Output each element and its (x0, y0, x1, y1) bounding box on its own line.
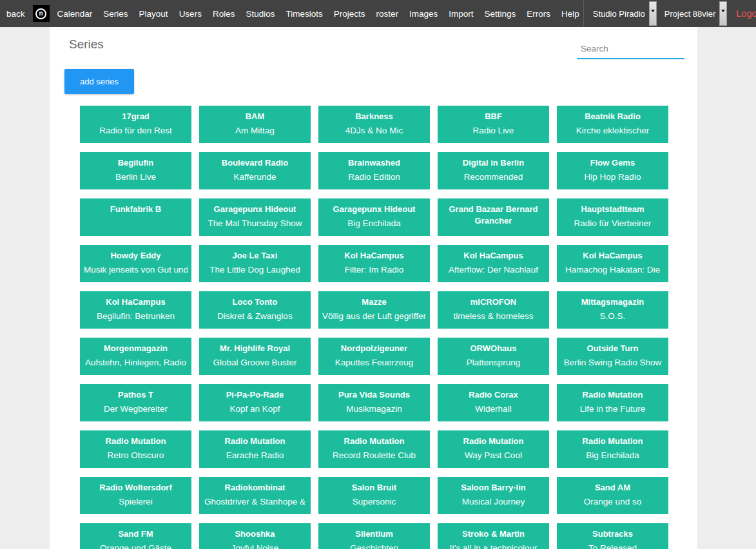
series-card[interactable]: Salon Bruit Supersonic (318, 477, 430, 514)
series-card[interactable]: Radio Corax Widerhall (438, 384, 549, 421)
nav-item-projects[interactable]: Projects (334, 9, 365, 19)
nav-item-roster[interactable]: roster (376, 9, 398, 19)
series-subtitle: Radio für den Rest (84, 125, 188, 136)
series-subtitle: The Little Dog Laughed (203, 264, 307, 275)
series-subtitle: Plattensprung (441, 357, 545, 368)
series-title: Radio Mutation (561, 389, 664, 401)
series-card[interactable]: Kol HaCampus Begilufin: Betrunken (80, 291, 191, 329)
series-card[interactable]: Pathos T Der Wegbereiter (80, 384, 191, 421)
series-title: Grand Bazaar Bernard Grancher (441, 204, 545, 227)
series-card[interactable]: Boulevard Radio Kafferunde (199, 152, 311, 189)
series-title: Joe Le Taxi (203, 250, 307, 262)
series-card[interactable]: Loco Tonto Diskret & Zwanglos (199, 291, 311, 329)
series-title: Stroko & Martin (441, 528, 545, 540)
series-card[interactable]: Nordpolzigeuner Kaputtes Feuerzeug (318, 338, 430, 375)
series-title: Sand FM (84, 528, 188, 540)
studio-select-value: Studio Piradio (590, 9, 649, 19)
series-card[interactable]: Flow Gems Hip Hop Radio (557, 152, 668, 189)
nav-item-timeslots[interactable]: Timeslots (286, 9, 322, 19)
series-card[interactable]: Beatnik Radio Kirche eklektischer (557, 106, 668, 143)
series-card[interactable]: Radio Mutation Retro Obscuro (80, 430, 191, 468)
search-input[interactable] (577, 39, 684, 59)
series-card[interactable]: Kol HaCampus Afterflow: Der Nachlauf (438, 245, 549, 282)
series-card[interactable]: Stroko & Martin It's all in a technicolo… (438, 523, 549, 549)
series-card[interactable]: 17grad Radio für den Rest (80, 106, 191, 143)
series-subtitle: Radio Live (441, 125, 545, 136)
series-card[interactable]: Radio Mutation Big Enchilada (557, 430, 668, 468)
nav-item-calendar[interactable]: Calendar (57, 9, 93, 19)
series-card[interactable]: mICROFON timeless & homeless (438, 291, 549, 329)
series-card[interactable]: Funkfabrik B (80, 198, 191, 236)
series-card[interactable]: Shooshka Joyful Noise (199, 523, 311, 549)
add-series-button[interactable]: add series (64, 69, 134, 94)
series-card[interactable]: Begilufin Berlin Live (80, 152, 191, 189)
series-card[interactable]: Morgenmagazin Aufstehn, Hinlegen, Radio (80, 338, 191, 375)
series-card[interactable]: Radio Mutation Earache Radio (199, 430, 311, 468)
series-card[interactable]: Kol HaCampus Filter: Im Radio (318, 245, 430, 282)
series-card[interactable]: Brainwashed Radio Edition (318, 152, 430, 189)
series-card[interactable]: Radio Woltersdorf Spielerei (80, 477, 191, 514)
nav-item-users[interactable]: Users (179, 9, 202, 19)
nav-item-settings[interactable]: Settings (485, 9, 516, 19)
series-card[interactable]: Radio Mutation Life in the Future (557, 384, 668, 421)
series-card[interactable]: Radiokombinat Ghostdriver & Stanhope & (199, 477, 311, 514)
series-title: Hauptstadtteam (561, 204, 664, 215)
studio-select[interactable]: Studio Piradio (590, 0, 657, 27)
series-card[interactable]: Radio Mutation Way Past Cool (438, 430, 549, 468)
series-title: Salon Bruit (322, 482, 426, 494)
series-subtitle: Way Past Cool (441, 450, 545, 461)
project-select[interactable]: Project 88vier (662, 0, 727, 27)
series-card[interactable]: Digital in Berlin Recommended (438, 152, 549, 189)
series-title: Digital in Berlin (441, 157, 545, 169)
series-card[interactable]: Grand Bazaar Bernard Grancher (438, 198, 549, 236)
series-card[interactable]: Howdy Eddy Musik jenseits von Gut und (80, 245, 191, 282)
series-title: Kol HaCampus (84, 296, 188, 308)
series-subtitle: Geschichten (322, 543, 426, 549)
series-subtitle: Am Mittag (203, 125, 307, 136)
series-subtitle: Hip Hop Radio (561, 171, 664, 182)
nav-item-import[interactable]: Import (449, 9, 473, 19)
series-card[interactable]: BAM Am Mittag (199, 106, 311, 143)
series-card[interactable]: Hauptstadtteam Radio für Vierbeiner (557, 198, 668, 236)
series-card[interactable]: Kol HaCampus Hamachog Hakatan: Die (557, 245, 668, 282)
series-card[interactable]: BBF Radio Live (438, 106, 549, 143)
nav-item-errors[interactable]: Errors (527, 9, 550, 19)
series-title: Begilufin (84, 157, 188, 169)
series-subtitle: Kaputtes Feuerzeug (322, 357, 426, 368)
series-card[interactable]: Joe Le Taxi The Little Dog Laughed (199, 245, 311, 282)
series-card[interactable]: Garagepunx Hideout The Mal Thursday Show (199, 198, 311, 236)
series-card[interactable]: Sand FM Orange und Gäste (80, 523, 191, 549)
nav-item-studios[interactable]: Studios (246, 9, 275, 19)
series-card[interactable]: Radio Mutation Record Roulette Club (318, 430, 430, 468)
logout-link[interactable]: Logout (736, 8, 756, 19)
series-card[interactable]: Garagepunx Hideout Big Enchilada (318, 198, 430, 236)
series-subtitle: Global Groove Buster (203, 357, 307, 368)
series-subtitle: Ghostdriver & Stanhope & (203, 496, 307, 507)
series-card[interactable]: Silentium Geschichten (318, 523, 430, 549)
series-subtitle: To Released (561, 543, 664, 549)
nav-item-roles[interactable]: Roles (213, 9, 235, 19)
series-card[interactable]: Mittagsmagazin S.O.S. (557, 291, 668, 329)
series-card[interactable]: Saloon Barry-lin Musical Journey (438, 477, 549, 514)
nav-item-help[interactable]: Help (561, 9, 579, 19)
series-card[interactable]: Outside Turn Berlin Swing Radio Show (557, 338, 668, 375)
nav-item-playout[interactable]: Playout (139, 9, 168, 19)
piradio-logo-icon[interactable]: n (33, 5, 50, 22)
series-title: Radiokombinat (203, 482, 307, 494)
series-card[interactable]: ORWOhaus Plattensprung (438, 338, 549, 375)
nav-item-series[interactable]: Series (103, 9, 128, 19)
series-card[interactable]: Pi-Pa-Po-Rade Kopf an Kopf (199, 384, 311, 421)
series-card[interactable]: Subtracks To Released (557, 523, 668, 549)
series-card[interactable]: Mazze Völlig aus der Luft gegriffen (318, 291, 430, 329)
series-card[interactable]: Barkness 4DJs & No Mic (318, 106, 430, 143)
series-title: Funkfabrik B (84, 204, 188, 215)
series-subtitle: Big Enchilada (322, 218, 426, 229)
series-card[interactable]: Sand AM Orange und so (557, 477, 668, 514)
series-card[interactable]: Mr. Highlife Royal Global Groove Buster (199, 338, 311, 375)
series-subtitle: Joyful Noise (203, 543, 307, 549)
nav-item-images[interactable]: Images (409, 9, 438, 19)
series-card[interactable]: Pura Vida Sounds Musikmagazin (318, 384, 430, 421)
navbar-right: Studio Piradio Project 88vier Logout mil… (579, 0, 756, 27)
series-title: Brainwashed (322, 157, 426, 169)
back-link[interactable]: back (6, 9, 25, 19)
